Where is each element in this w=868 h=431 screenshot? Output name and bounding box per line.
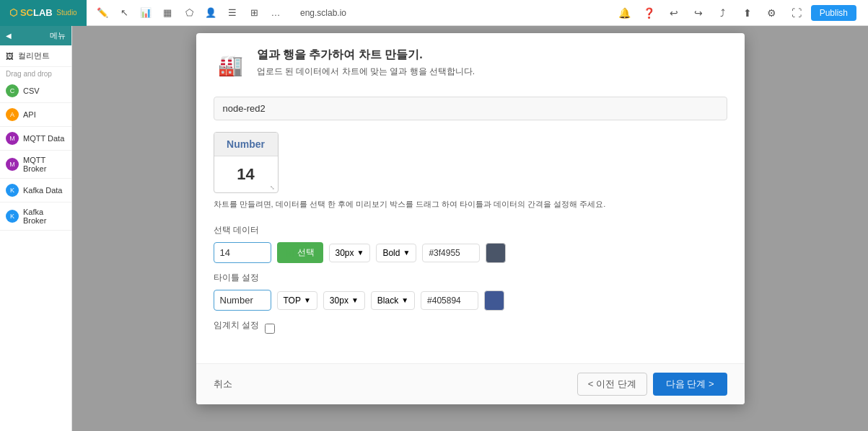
- kafka-broker-dot: K: [6, 210, 19, 223]
- fullscreen-icon[interactable]: ⛶: [786, 3, 807, 23]
- font-size-dropdown[interactable]: 30px ▼: [329, 244, 371, 262]
- instruction-text: 차트를 만들려면, 데이터를 선택 한 후에 미리보기 박스를 드래그 하여 타…: [214, 199, 727, 210]
- preview-widget-header: Number: [214, 133, 278, 156]
- resize-handle-icon[interactable]: ⤡: [269, 184, 276, 191]
- title-font-size-chevron: ▼: [351, 296, 359, 304]
- shape-icon[interactable]: ⬠: [179, 3, 199, 23]
- user-icon[interactable]: 👤: [201, 3, 221, 23]
- topbar: ⬡ SCLAB Studio ✏️ ↖ 📊 ▦ ⬠ 👤 ☰ ⊞ … eng.sc…: [0, 0, 868, 26]
- graph-icon[interactable]: 📊: [136, 3, 156, 23]
- logo-lab: LAB: [33, 7, 53, 18]
- kafka-data-dot: K: [6, 184, 19, 197]
- undo-icon[interactable]: ↩: [664, 3, 684, 23]
- sidebar-item-mqtt-broker[interactable]: M MQTT Broker: [0, 151, 71, 179]
- api-dot: A: [6, 108, 19, 121]
- more-icon[interactable]: …: [266, 3, 286, 23]
- data-value-input[interactable]: [214, 242, 271, 263]
- threshold-row: 임계치 설정: [214, 319, 727, 337]
- title-position-chevron: ▼: [304, 296, 311, 304]
- font-weight-value: Bold: [382, 248, 400, 258]
- grid-icon: ⊞: [286, 247, 294, 259]
- title-position-value: TOP: [284, 296, 301, 306]
- sidebar-item-kafka-data[interactable]: K Kafka Data: [0, 179, 71, 203]
- modal-factory-icon: 🏭: [214, 48, 248, 82]
- redo-icon[interactable]: ↪: [688, 3, 709, 23]
- table-icon[interactable]: ▦: [157, 3, 177, 23]
- logo-icon: ⬡: [9, 7, 17, 18]
- title-section-label: 타이틀 설정: [214, 272, 727, 284]
- font-weight-chevron: ▼: [403, 249, 410, 257]
- mqtt-data-dot: M: [6, 132, 19, 145]
- bell-icon[interactable]: 🔔: [615, 3, 635, 23]
- prev-button[interactable]: < 이전 단계: [577, 373, 647, 396]
- sidebar-item-api[interactable]: A API: [0, 103, 71, 127]
- preview-widget-value: 14: [214, 156, 278, 192]
- sidebar-item-csv[interactable]: C CSV: [0, 79, 71, 103]
- title-color-input[interactable]: [421, 291, 478, 310]
- sidebar-item-gallery[interactable]: 🖼 컬리먼트: [0, 45, 71, 67]
- select-button-label: 선택: [297, 246, 315, 259]
- title-control-row: TOP ▼ 30px ▼ Black ▼: [214, 290, 727, 311]
- upload-icon[interactable]: ⬆: [737, 3, 758, 23]
- data-control-row: ⊞ 선택 30px ▼ Bold ▼: [214, 242, 727, 263]
- list-icon[interactable]: ☰: [222, 3, 242, 23]
- sidebar-kafka-broker-label: Kafka Broker: [23, 208, 66, 225]
- logo-sclab: SC: [20, 7, 33, 18]
- modal-title-text: 열과 행을 추가하여 차트 만들기. 업로드 된 데이터에서 차트에 맞는 열과…: [257, 48, 475, 78]
- main-area: 🏭 열과 행을 추가하여 차트 만들기. 업로드 된 데이터에서 차트에 맞는 …: [72, 26, 868, 431]
- help-icon[interactable]: ❓: [639, 3, 659, 23]
- font-size-chevron: ▼: [357, 249, 364, 257]
- modal-title: 열과 행을 추가하여 차트 만들기.: [257, 48, 475, 63]
- url-bar: eng.sclab.io: [291, 8, 615, 18]
- data-color-input[interactable]: [422, 244, 480, 262]
- edit-icon[interactable]: ✏️: [92, 3, 113, 23]
- toolbar: ✏️ ↖ 📊 ▦ ⬠ 👤 ☰ ⊞ …: [87, 3, 291, 23]
- threshold-checkbox[interactable]: [265, 324, 275, 334]
- title-font-size-value: 30px: [330, 296, 348, 306]
- component-icon[interactable]: ⊞: [244, 3, 264, 23]
- topbar-actions: 🔔 ❓ ↩ ↪ ⤴ ⬆ ⚙ ⛶ Publish: [615, 3, 868, 23]
- next-button[interactable]: 다음 단계 >: [653, 373, 727, 396]
- sidebar-api-label: API: [23, 110, 36, 119]
- modal-subtitle: 업로드 된 데이터에서 차트에 맞는 열과 행을 선택합니다.: [257, 66, 475, 78]
- pointer-icon[interactable]: ↖: [114, 3, 134, 23]
- threshold-label: 임계치 설정: [214, 319, 259, 332]
- title-color-swatch[interactable]: [484, 290, 504, 311]
- cancel-button[interactable]: 취소: [214, 378, 232, 391]
- font-size-value: 30px: [336, 248, 354, 258]
- sidebar-item-mqtt-data[interactable]: M MQTT Data: [0, 127, 71, 151]
- sidebar: ◀ 메뉴 🖼 컬리먼트 Drag and drop C CSV A API M …: [0, 26, 72, 431]
- data-color-swatch[interactable]: [486, 243, 506, 263]
- data-section-label: 선택 데이터: [214, 224, 727, 236]
- title-font-weight-dropdown[interactable]: Black ▼: [371, 291, 415, 310]
- node-input[interactable]: [214, 97, 727, 120]
- preview-widget: Number 14 ⤡: [214, 132, 279, 193]
- logo: ⬡ SCLAB Studio: [0, 0, 87, 26]
- sidebar-header: ◀ 메뉴: [0, 26, 71, 45]
- sidebar-gallery-label: 컬리먼트: [18, 50, 50, 61]
- sidebar-drag-label: Drag and drop: [0, 67, 71, 79]
- modal-footer: 취소 < 이전 단계 다음 단계 >: [196, 363, 745, 404]
- csv-dot: C: [6, 84, 19, 97]
- sidebar-title: 메뉴: [50, 30, 66, 41]
- modal-body: 🏭 열과 행을 추가하여 차트 만들기. 업로드 된 데이터에서 차트에 맞는 …: [196, 33, 745, 363]
- sidebar-kafka-data-label: Kafka Data: [23, 186, 62, 195]
- sidebar-mqtt-broker-label: MQTT Broker: [23, 156, 66, 173]
- gallery-icon: 🖼: [6, 52, 14, 61]
- title-font-weight-chevron: ▼: [401, 296, 408, 304]
- select-button[interactable]: ⊞ 선택: [277, 242, 323, 263]
- modal-overlay: 🏭 열과 행을 추가하여 차트 만들기. 업로드 된 데이터에서 차트에 맞는 …: [72, 26, 868, 431]
- footer-nav: < 이전 단계 다음 단계 >: [577, 373, 727, 396]
- logo-studio: Studio: [56, 9, 76, 17]
- font-weight-dropdown[interactable]: Bold ▼: [376, 244, 416, 262]
- share-icon[interactable]: ⤴: [713, 3, 733, 23]
- title-position-dropdown[interactable]: TOP ▼: [277, 291, 317, 310]
- sidebar-csv-label: CSV: [23, 86, 40, 95]
- modal-title-row: 🏭 열과 행을 추가하여 차트 만들기. 업로드 된 데이터에서 차트에 맞는 …: [214, 48, 727, 82]
- publish-button[interactable]: Publish: [811, 5, 856, 21]
- sidebar-collapse-icon[interactable]: ◀: [6, 32, 12, 40]
- sidebar-item-kafka-broker[interactable]: K Kafka Broker: [0, 203, 71, 231]
- title-font-size-dropdown[interactable]: 30px ▼: [323, 291, 365, 310]
- settings-icon[interactable]: ⚙: [762, 3, 782, 23]
- title-value-input[interactable]: [214, 290, 271, 311]
